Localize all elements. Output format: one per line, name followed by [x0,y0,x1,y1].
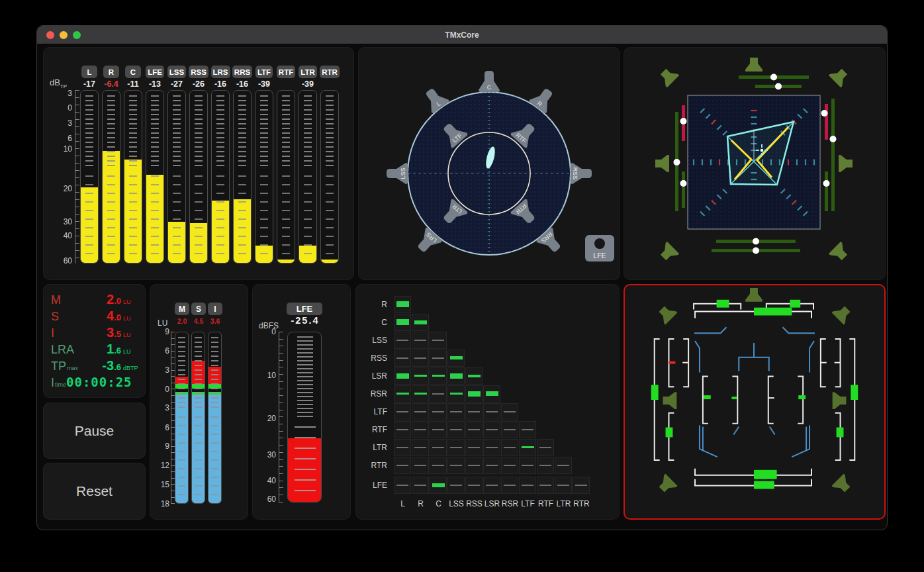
matrix-col-label: LTF [519,499,537,508]
meter-column-RTR: RTR [320,66,339,263]
matrix-row-LSS: LSS [362,331,590,349]
meter-column-L: L-17 [80,66,99,263]
matrix-row-RTF: RTF [362,420,590,438]
room-outline [694,327,815,457]
room-alert-tick [669,361,675,364]
channel-button-RTF[interactable]: RTF [277,66,295,78]
correlation-zero-line [468,485,480,486]
matrix-cell [394,296,411,313]
matrix-cell [430,421,447,438]
matrix-cell [483,457,500,474]
matrix-cell [519,439,536,456]
matrix-row-label: LTF [362,407,394,416]
matrix-cell [465,403,483,420]
meter-column-C: C-11 [124,66,142,263]
loudness-row-I: I3.5LU [51,325,139,342]
speaker-icon-left [655,155,669,172]
matrix-cell [394,403,411,420]
close-button[interactable] [46,31,54,39]
channel-button-LTR[interactable]: LTR [299,66,317,78]
correlation-zero-line [396,340,408,341]
matrix-cell [465,385,483,403]
matrix-column-labels: LRCLSSRSSLSRRSRLTFRTFLTRRTR [394,499,590,508]
scale-label: 10 [64,144,72,154]
channel-value-LTR: -39 [302,79,314,90]
matrix-col-label: LTR [555,499,573,508]
pause-button[interactable]: Pause [43,403,146,459]
correlation-zero-line [414,358,426,359]
channel-button-LTF[interactable]: LTF [255,66,273,78]
reset-button[interactable]: Reset [43,463,146,520]
channel-button-RTR[interactable]: RTR [320,66,340,78]
matrix-col-label: RSS [465,499,483,508]
matrix-cell [412,403,429,420]
window-title: TMxCore [37,30,887,40]
matrix-cell [447,403,465,420]
meter-tube-LTF [255,90,273,263]
channel-button-R[interactable]: R [103,66,119,78]
msi-button-I[interactable]: I [208,303,222,315]
matrix-cell [465,421,483,438]
matrix-row-label: LSR [362,371,394,381]
channel-button-LSS[interactable]: LSS [167,66,186,78]
matrix-cell [430,350,447,367]
correlation-zero-line [522,429,533,430]
correlation-zero-line [450,447,462,448]
lfe-toggle-button[interactable]: LFE [585,235,614,262]
matrix-cell [447,439,465,456]
correlation-zero-line [432,358,444,359]
speaker-icon-right [833,392,847,409]
correlation-bar [396,373,409,379]
meter-column-RSS: RSS-26 [189,66,208,263]
channel-button-RRS[interactable]: RRS [232,66,252,78]
zoom-button[interactable] [73,31,81,39]
channel-button-LRS[interactable]: LRS [211,66,230,78]
matrix-cell [447,350,465,367]
meter-column-LTF: LTF-39 [255,66,273,263]
speaker-brackets [655,304,855,486]
matrix-cell [573,477,590,494]
speaker-icon-top [745,58,762,72]
correlation-bar [468,375,481,377]
channel-button-C[interactable]: C [125,66,141,78]
loudness-row-LRA: LRA1.6LU [51,342,139,358]
minimize-button[interactable] [60,31,68,39]
channel-button-LFE[interactable]: LFE [146,66,164,78]
correlation-zero-line [396,465,408,466]
matrix-cell [412,477,429,494]
channel-button-RSS[interactable]: RSS [189,66,208,78]
speaker-icon-RSS: RSS [571,163,592,184]
matrix-cell [501,421,518,438]
matrix-cell [447,421,465,438]
matrix-cell [501,439,518,456]
matrix-cell [394,350,411,367]
correlation-bar [486,391,498,396]
loudness-row-Itime: Itime00:00:25 [51,375,139,391]
correlation-bar [450,393,463,395]
matrix-cell [394,477,411,494]
matrix-row-label: LTR [362,443,394,452]
correlation-bar [450,373,463,379]
room-level-bars [651,300,858,489]
matrix-cell [412,314,429,331]
scale-label: 0 [68,103,72,113]
matrix-row-label: R [362,300,394,309]
matrix-col-label: R [412,499,430,508]
channel-button-L[interactable]: L [81,66,97,78]
meter-tube-C [124,90,142,263]
correlation-zero-line [450,411,462,412]
matrix-cell [412,457,429,474]
meter-ruler [75,90,79,263]
matrix-cell [394,439,411,456]
room-view-panel[interactable] [624,284,886,520]
msi-button-M[interactable]: M [175,303,189,315]
correlation-zero-line [414,465,426,466]
matrix-cell [555,457,572,474]
spatial-scope-panel [624,47,886,280]
msi-button-S[interactable]: S [191,303,206,315]
correlation-zero-line [396,411,408,412]
matrix-row-label: RTF [362,425,394,434]
lfe-meter-button[interactable]: LFE [287,303,322,315]
correlation-zero-line [539,465,551,466]
meter-tube-LRS [211,90,230,263]
